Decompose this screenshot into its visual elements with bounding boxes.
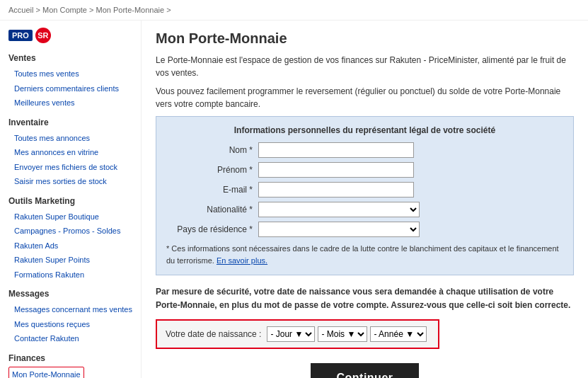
sidebar-section-finances: Finances — [8, 353, 132, 363]
logo-star: SR — [35, 28, 51, 43]
sidebar-section-messages: Messages — [8, 289, 132, 299]
form-row-nom: Nom * — [166, 142, 563, 158]
aml-notice: * Ces informations sont nécessaires dans… — [166, 243, 563, 266]
sidebar-section-inventaire: Inventaire — [8, 118, 132, 127]
sidebar-link-super-points[interactable]: Rakuten Super Points — [8, 253, 132, 268]
sidebar-link-porte-monnaie[interactable]: Mon Porte-Monnaie — [8, 367, 84, 379]
sidebar-link-super-boutique[interactable]: Rakuten Super Boutique — [8, 210, 132, 224]
select-nationalite[interactable] — [258, 202, 420, 217]
label-nationalite: Nationalité * — [166, 205, 258, 214]
page-title: Mon Porte-Monnaie — [156, 30, 574, 47]
sidebar-link-rakuten-ads[interactable]: Rakuten Ads — [8, 239, 132, 253]
breadcrumb-text: Accueil > Mon Compte > Mon Porte-Monnaie… — [8, 6, 171, 14]
sidebar-link-formations[interactable]: Formations Rakuten — [8, 268, 132, 282]
label-prenom: Prénom * — [166, 165, 258, 175]
sidebar-link-campagnes[interactable]: Campagnes - Promos - Soldes — [8, 224, 132, 239]
input-email[interactable] — [258, 182, 414, 197]
sidebar-logo: PRO SR — [8, 28, 132, 43]
select-pays[interactable] — [258, 222, 420, 237]
sidebar-link-meilleures[interactable]: Meilleures ventes — [8, 96, 132, 110]
dob-jour-select[interactable]: - Jour ▼ — [267, 326, 315, 342]
dob-annee-select[interactable]: - Année ▼ — [370, 326, 427, 342]
dob-box: Votre date de naissance : - Jour ▼ - Moi… — [156, 319, 439, 349]
personal-info-box: Informations personnelles du représentan… — [156, 116, 574, 275]
form-row-pays: Pays de résidence * — [166, 222, 563, 237]
sidebar-section-ventes: Ventes — [8, 53, 132, 63]
input-nom[interactable] — [258, 142, 414, 158]
intro-text-2: Vous pouvez facilement programmer le rev… — [156, 85, 574, 110]
sidebar-link-fichiers-stock[interactable]: Envoyer mes fichiers de stock — [8, 160, 132, 175]
intro-text-1: Le Porte-Monnaie est l'espace de gestion… — [156, 54, 574, 79]
sidebar-link-contacter[interactable]: Contacter Rakuten — [8, 331, 132, 346]
form-row-email: E-mail * — [166, 182, 563, 197]
aml-link[interactable]: En savoir plus. — [217, 256, 267, 265]
form-row-prenom: Prénom * — [166, 162, 563, 178]
logo-pro: PRO — [8, 30, 33, 41]
continue-button[interactable]: Continuer — [311, 363, 418, 378]
sidebar: PRO SR Ventes Toutes mes ventes Derniers… — [0, 21, 142, 378]
breadcrumb: Accueil > Mon Compte > Mon Porte-Monnaie… — [0, 0, 588, 21]
sidebar-link-annonces-vitrine[interactable]: Mes annonces en vitrine — [8, 145, 132, 160]
sidebar-link-sorties-stock[interactable]: Saisir mes sorties de stock — [8, 174, 132, 189]
label-nom: Nom * — [166, 145, 258, 155]
sidebar-link-commentaires[interactable]: Derniers commentaires clients — [8, 81, 132, 96]
sidebar-link-questions[interactable]: Mes questions reçues — [8, 317, 132, 332]
main-content: Mon Porte-Monnaie Le Porte-Monnaie est l… — [142, 21, 588, 378]
security-notice: Par mesure de sécurité, votre date de na… — [156, 285, 574, 312]
dob-label: Votre date de naissance : — [166, 329, 261, 339]
dob-mois-select[interactable]: - Mois ▼ — [318, 326, 367, 342]
sidebar-section-marketing: Outils Marketing — [8, 196, 132, 206]
sidebar-link-messages-ventes[interactable]: Messages concernant mes ventes — [8, 302, 132, 317]
label-email: E-mail * — [166, 185, 258, 195]
form-section-title: Informations personnelles du représentan… — [166, 125, 563, 135]
sidebar-link-toutes-ventes[interactable]: Toutes mes ventes — [8, 67, 132, 81]
input-prenom[interactable] — [258, 162, 414, 178]
sidebar-link-toutes-annonces[interactable]: Toutes mes annonces — [8, 131, 132, 146]
label-pays: Pays de résidence * — [166, 224, 258, 234]
form-row-nationalite: Nationalité * — [166, 202, 563, 217]
